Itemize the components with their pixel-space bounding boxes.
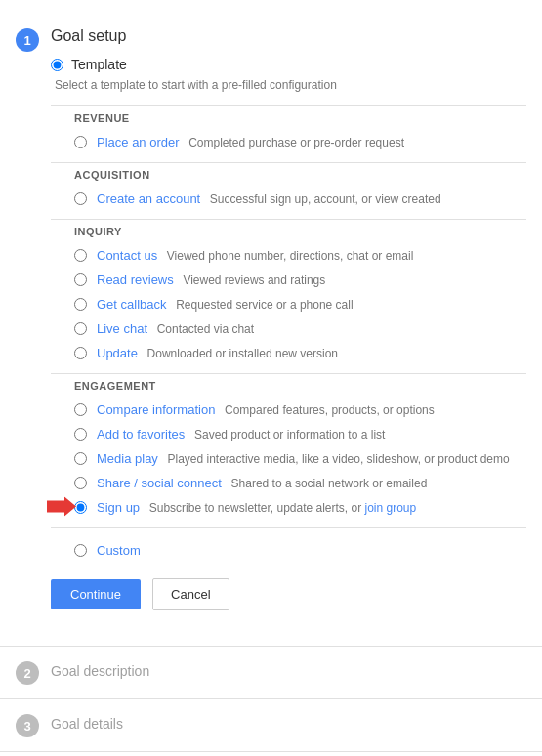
goal-compare-wrapper: Compare information Compared features, p… (51, 398, 526, 422)
continue-button[interactable]: Continue (51, 579, 141, 609)
goal-place-order-wrapper: Place an order Completed purchase or pre… (51, 130, 526, 154)
step-1-badge: 1 (16, 28, 39, 52)
goal-create-account-wrapper: Create an account Successful sign up, ac… (51, 187, 526, 211)
update-label[interactable]: Update Downloaded or installed new versi… (97, 346, 338, 360)
red-arrow-indicator (47, 496, 76, 519)
template-description: Select a template to start with a pre-fi… (51, 78, 526, 92)
live-chat-radio[interactable] (74, 322, 87, 335)
add-favorites-name: Add to favorites (97, 427, 185, 441)
get-callback-label[interactable]: Get callback Requested service or a phon… (97, 297, 354, 312)
add-favorites-label[interactable]: Add to favorites Saved product or inform… (97, 427, 385, 441)
category-inquiry: INQUIRY Contact us Viewed phone number, … (51, 219, 526, 365)
template-radio[interactable] (51, 59, 63, 71)
place-order-name: Place an order (97, 135, 180, 149)
goal-media-play: Media play Played interactive media, lik… (51, 446, 526, 471)
compare-info-label[interactable]: Compare information Compared features, p… (97, 402, 435, 417)
live-chat-label[interactable]: Live chat Contacted via chat (97, 321, 254, 336)
create-account-name: Create an account (97, 191, 200, 206)
media-play-label[interactable]: Media play Played interactive media, lik… (97, 451, 510, 466)
media-play-radio[interactable] (74, 452, 87, 465)
button-row: Continue Cancel (51, 563, 526, 618)
place-order-label[interactable]: Place an order Completed purchase or pre… (97, 135, 404, 149)
goal-share-social: Share / social connect Shared to a socia… (51, 471, 526, 495)
step-3-badge: 3 (16, 714, 39, 737)
contact-us-desc: Viewed phone number, directions, chat or… (167, 249, 414, 263)
category-revenue: REVENUE Place an order Completed purchas… (51, 105, 526, 154)
step-3-title: Goal details (51, 716, 123, 732)
goal-get-callback-wrapper: Get callback Requested service or a phon… (51, 292, 526, 316)
goal-get-callback: Get callback Requested service or a phon… (51, 292, 526, 316)
goal-live-chat-wrapper: Live chat Contacted via chat (51, 316, 526, 341)
template-area: Template Select a template to start with… (51, 49, 526, 634)
svg-marker-0 (47, 496, 76, 516)
compare-info-radio[interactable] (74, 403, 87, 416)
sign-up-link[interactable]: join group (365, 501, 417, 515)
cancel-button[interactable]: Cancel (152, 578, 229, 610)
create-account-desc: Successful sign up, account, or view cre… (210, 192, 441, 206)
goal-share-social-wrapper: Share / social connect Shared to a socia… (51, 471, 526, 495)
contact-us-name: Contact us (97, 248, 157, 263)
goal-read-reviews: Read reviews Viewed reviews and ratings (51, 268, 526, 292)
goal-update: Update Downloaded or installed new versi… (51, 341, 526, 365)
step-2-title: Goal description (51, 663, 149, 679)
contact-us-radio[interactable] (74, 249, 87, 262)
template-label[interactable]: Template (71, 57, 127, 72)
share-social-radio[interactable] (74, 477, 87, 489)
goal-compare: Compare information Compared features, p… (51, 398, 526, 422)
category-revenue-header: REVENUE (51, 105, 526, 128)
goal-favorites: Add to favorites Saved product or inform… (51, 422, 526, 446)
category-engagement: ENGAGEMENT Compare information Compared … (51, 373, 526, 520)
read-reviews-desc: Viewed reviews and ratings (183, 273, 325, 287)
category-acquisition: ACQUISITION Create an account Successful… (51, 162, 526, 211)
goal-contact-us: Contact us Viewed phone number, directio… (51, 243, 526, 268)
read-reviews-label[interactable]: Read reviews Viewed reviews and ratings (97, 273, 325, 287)
place-order-radio[interactable] (74, 136, 87, 148)
goal-contact-us-wrapper: Contact us Viewed phone number, directio… (51, 243, 526, 268)
goal-favorites-wrapper: Add to favorites Saved product or inform… (51, 422, 526, 446)
goal-sign-up-wrapper: Sign up Subscribe to newsletter, update … (51, 495, 526, 520)
media-play-name: Media play (97, 451, 158, 466)
live-chat-desc: Contacted via chat (157, 322, 254, 336)
custom-radio[interactable] (74, 544, 87, 557)
goal-live-chat: Live chat Contacted via chat (51, 316, 526, 341)
add-favorites-radio[interactable] (74, 428, 87, 441)
share-social-label[interactable]: Share / social connect Shared to a socia… (97, 476, 427, 490)
step-1-section: 1 Goal setup Template Select a template … (0, 16, 542, 647)
place-order-desc: Completed purchase or pre-order request (188, 136, 404, 149)
compare-info-name: Compare information (97, 402, 215, 417)
update-desc: Downloaded or installed new version (147, 347, 338, 360)
read-reviews-name: Read reviews (97, 273, 174, 287)
get-callback-desc: Requested service or a phone call (176, 298, 353, 312)
contact-us-label[interactable]: Contact us Viewed phone number, directio… (97, 248, 413, 263)
step-3-section: 3 Goal details (0, 699, 542, 752)
goal-place-order: Place an order Completed purchase or pre… (51, 130, 526, 154)
create-account-radio[interactable] (74, 192, 87, 205)
sign-up-desc: Subscribe to newsletter, update alerts, … (149, 501, 417, 515)
media-play-desc: Played interactive media, like a video, … (168, 452, 510, 466)
sign-up-label[interactable]: Sign up Subscribe to newsletter, update … (97, 500, 416, 515)
template-radio-row: Template (51, 57, 526, 72)
create-account-label[interactable]: Create an account Successful sign up, ac… (97, 191, 441, 206)
custom-option: Custom (51, 538, 526, 563)
compare-info-desc: Compared features, products, or options (225, 403, 435, 417)
share-social-name: Share / social connect (97, 476, 222, 490)
step-1-content: Goal setup Template Select a template to… (51, 27, 526, 634)
goal-media-play-wrapper: Media play Played interactive media, lik… (51, 446, 526, 471)
page-container: 1 Goal setup Template Select a template … (0, 0, 542, 756)
custom-label[interactable]: Custom (97, 543, 141, 558)
custom-section: Custom (51, 527, 526, 563)
add-favorites-desc: Saved product or information to a list (194, 428, 385, 441)
category-inquiry-header: INQUIRY (51, 219, 526, 241)
category-engagement-header: ENGAGEMENT (51, 373, 526, 396)
live-chat-name: Live chat (97, 321, 147, 336)
sign-up-name: Sign up (97, 500, 140, 515)
get-callback-radio[interactable] (74, 298, 87, 311)
update-name: Update (97, 346, 138, 360)
get-callback-name: Get callback (97, 297, 167, 312)
update-radio[interactable] (74, 347, 87, 359)
goal-sign-up: Sign up Subscribe to newsletter, update … (51, 495, 526, 520)
bottom-cancel-area: Cancel (0, 752, 542, 756)
step-2-badge: 2 (16, 661, 39, 685)
read-reviews-radio[interactable] (74, 273, 87, 286)
step-2-section: 2 Goal description (0, 647, 542, 699)
